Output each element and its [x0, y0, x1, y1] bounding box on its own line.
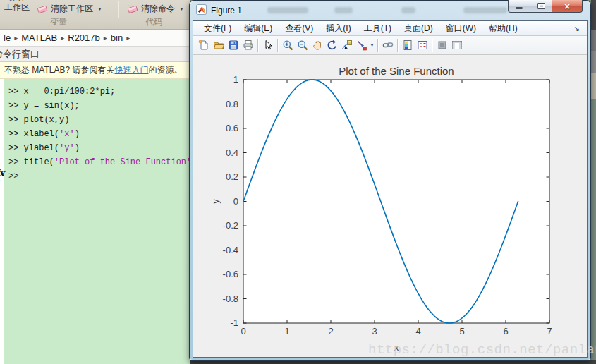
x-tick-label: 2 [328, 326, 333, 336]
data-cursor-button[interactable] [339, 38, 354, 53]
save-workspace-button[interactable]: 保存 工作区 [4, 0, 30, 12]
command-history-line: >> plot(x,y) [8, 113, 190, 127]
background-window-smudge [267, 7, 308, 13]
zoom-out-button[interactable] [295, 38, 310, 53]
clear-workspace-button[interactable]: 清除工作区 ▼ [34, 1, 105, 17]
breadcrumb-item[interactable]: R2017b [66, 32, 102, 43]
ribbon-section-variables: 变量 [0, 16, 117, 28]
getting-started-banner: 不熟悉 MATLAB? 请参阅有关快速入门的资源。 [0, 62, 190, 79]
background-window-smudge [334, 7, 353, 13]
zoom-in-button[interactable] [280, 38, 295, 53]
insert-colorbar-icon [402, 40, 413, 51]
desktop-background-band [591, 51, 596, 73]
breadcrumb-item[interactable]: bin [109, 32, 125, 43]
pan-button[interactable] [310, 38, 324, 53]
data-cursor-icon [341, 40, 353, 51]
toolbar-separator [277, 39, 278, 52]
maximize-button[interactable] [530, 0, 552, 13]
brush-button[interactable] [354, 38, 369, 53]
clear-command-button[interactable]: 清除命令 ▼ [124, 1, 187, 17]
figure-canvas[interactable]: 01234567-1-0.8-0.6-0.4-0.200.20.40.60.81… [193, 56, 587, 357]
breadcrumb-arrow-icon[interactable]: ▸ [125, 34, 131, 42]
chevron-down-icon[interactable]: ▼ [97, 6, 102, 11]
y-tick-label: 0.2 [226, 171, 238, 182]
y-tick-label: 1 [233, 74, 238, 85]
insert-legend-button[interactable] [415, 38, 430, 53]
edit-plot-button[interactable] [260, 38, 275, 53]
insert-colorbar-button[interactable] [400, 38, 415, 53]
x-tick-label: 7 [547, 326, 552, 336]
prompt: >> [8, 115, 24, 125]
prompt: >> [8, 101, 24, 111]
open-file-button[interactable] [211, 38, 226, 53]
new-figure-button[interactable] [196, 38, 211, 53]
menu-f[interactable]: 文件(F) [197, 21, 238, 36]
clear-workspace-label: 清除工作区 [51, 3, 93, 15]
rotate-3d-icon [327, 40, 338, 51]
menu-overflow-arrow-icon[interactable]: ↘ [574, 25, 583, 32]
y-tick-label: -1 [230, 317, 238, 328]
x-tick-label: 3 [372, 326, 377, 336]
menu-v[interactable]: 查看(V) [279, 21, 320, 36]
desktop-background-band [591, 0, 596, 30]
eraser-icon [127, 4, 138, 14]
x-tick-label: 0 [241, 326, 245, 336]
save-figure-button[interactable] [226, 38, 241, 53]
brush-dropdown-button[interactable]: ▾ [369, 38, 375, 53]
link-plot-button[interactable] [380, 38, 395, 53]
menu-e[interactable]: 编辑(E) [238, 21, 279, 36]
background-window-smudge [463, 7, 507, 13]
breadcrumb-item[interactable]: MATLAB [19, 32, 59, 43]
command-history: >> x = 0:pi/100:2*pi;>> y = sin(x);>> pl… [4, 79, 190, 364]
breadcrumb-item[interactable]: le [1, 32, 13, 43]
x-axis-label: x [394, 342, 399, 353]
breadcrumb-arrow-icon[interactable]: ▸ [59, 34, 66, 42]
new-figure-icon [198, 40, 209, 51]
matlab-ribbon: 保存 工作区 清除工作区 ▼ 清除命令 ▼ 变量 代码 [0, 0, 190, 30]
y-tick-label: 0.4 [226, 147, 238, 158]
command-window[interactable]: >> x = 0:pi/100:2*pi;>> y = sin(x);>> pl… [0, 79, 190, 364]
breadcrumb: le▸MATLAB▸R2017b▸bin▸ [0, 30, 190, 47]
command-window-title: 命令行窗口 [0, 48, 39, 61]
menu-i[interactable]: 插入(I) [320, 21, 357, 36]
quick-start-link[interactable]: 快速入门 [114, 64, 148, 76]
prompt: >> [8, 171, 24, 181]
toolbar-separator [397, 39, 398, 52]
figure-titlebar[interactable]: Figure 1 × [190, 1, 590, 20]
menu-d[interactable]: 桌面(D) [398, 21, 439, 36]
command-history-line: >> x = 0:pi/100:2*pi; [8, 85, 190, 99]
y-tick-label: 0.8 [226, 99, 238, 109]
code-string: 'Plot of the Sine Function' [54, 157, 190, 167]
code-text: y = sin(x); [24, 101, 80, 111]
menu-w[interactable]: 窗口(W) [439, 21, 482, 36]
close-button[interactable]: × [552, 0, 583, 13]
code-text: ylabel( [24, 143, 59, 153]
figure-menubar: 文件(F)编辑(E)查看(V)插入(I)工具(T)桌面(D)窗口(W)帮助(H)… [193, 21, 587, 36]
print-figure-button[interactable] [241, 38, 255, 53]
figure-client-area: 文件(F)编辑(E)查看(V)插入(I)工具(T)桌面(D)窗口(W)帮助(H)… [193, 20, 588, 358]
chevron-down-icon[interactable]: ▼ [179, 6, 184, 11]
code-text: xlabel( [24, 129, 59, 139]
menu-t[interactable]: 工具(T) [358, 21, 398, 36]
menu-h[interactable]: 帮助(H) [482, 21, 524, 36]
show-plot-tools-icon [451, 40, 463, 51]
background-window-smudge [401, 7, 415, 13]
show-plot-tools-button[interactable] [449, 38, 464, 53]
command-history-line: >> xlabel('x') [8, 127, 190, 141]
axes-box [243, 80, 549, 323]
command-prompt-input[interactable]: >> [8, 169, 190, 183]
code-string: 'y' [59, 143, 75, 153]
prompt: >> [8, 157, 24, 167]
command-history-line: >> ylabel('y') [8, 141, 190, 155]
zoom-out-icon [297, 40, 308, 51]
code-string: 'x' [59, 129, 75, 139]
hide-plot-tools-button[interactable] [434, 38, 449, 53]
prompt: >> [8, 87, 24, 97]
rotate-3d-button[interactable] [324, 38, 339, 53]
breadcrumb-arrow-icon[interactable]: ▸ [13, 34, 19, 42]
edit-plot-icon [262, 40, 274, 51]
breadcrumb-arrow-icon[interactable]: ▸ [102, 34, 109, 42]
chart-title: Plot of the Sine Function [339, 65, 454, 77]
minimize-button[interactable] [508, 0, 530, 13]
figure-toolbar: ▾ [193, 36, 587, 55]
